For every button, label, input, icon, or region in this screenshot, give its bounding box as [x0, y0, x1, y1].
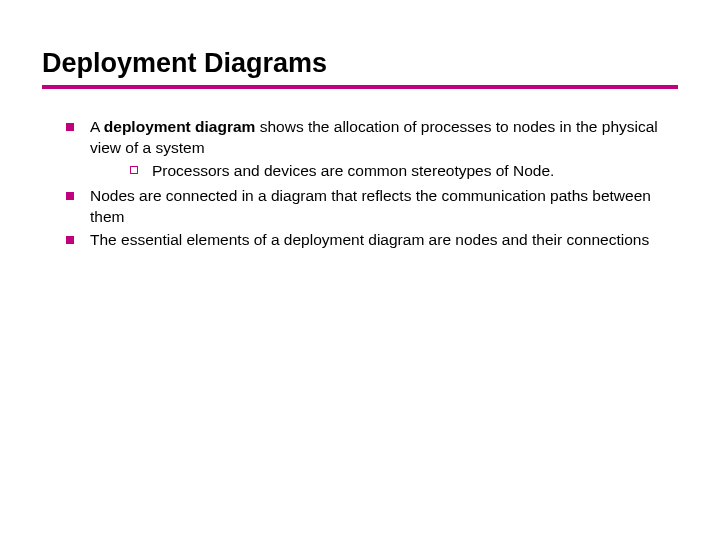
slide-title: Deployment Diagrams — [42, 48, 678, 79]
sub-list-item: Processors and devices are common stereo… — [130, 161, 678, 182]
square-bullet-icon — [66, 192, 74, 200]
list-item-text: The essential elements of a deployment d… — [90, 230, 649, 251]
text-post: Nodes are connected in a diagram that re… — [90, 187, 651, 225]
list-item-text: Nodes are connected in a diagram that re… — [90, 186, 678, 228]
title-rule — [42, 85, 678, 89]
list-item: The essential elements of a deployment d… — [66, 230, 678, 251]
text-pre: A — [90, 118, 104, 135]
list-item: Nodes are connected in a diagram that re… — [66, 186, 678, 228]
square-bullet-icon — [66, 123, 74, 131]
sub-item-text: Processors and devices are common stereo… — [152, 161, 554, 182]
square-bullet-icon — [66, 236, 74, 244]
text-post: The essential elements of a deployment d… — [90, 231, 649, 248]
list-item: A deployment diagram shows the allocatio… — [66, 117, 678, 184]
list-item-text: A deployment diagram shows the allocatio… — [90, 117, 678, 184]
text-bold: deployment diagram — [104, 118, 256, 135]
open-square-bullet-icon — [130, 166, 138, 174]
slide-body: A deployment diagram shows the allocatio… — [42, 117, 678, 251]
